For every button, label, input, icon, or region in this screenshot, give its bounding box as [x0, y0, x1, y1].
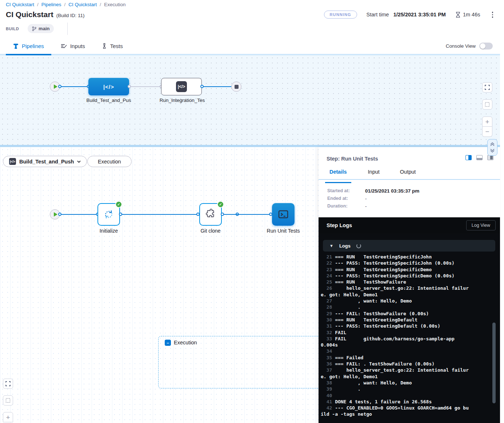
step-node-initialize[interactable]: ✓ — [97, 203, 120, 226]
execution-view-label: Execution — [98, 159, 121, 165]
collapse-group-icon[interactable]: – — [165, 340, 171, 346]
git-branch-icon — [32, 26, 36, 31]
loading-spinner-icon — [356, 244, 361, 248]
tab-inputs[interactable]: Inputs — [59, 38, 87, 54]
start-time-value: 1/25/2021 3:35:01 PM — [393, 12, 446, 17]
tab-output[interactable]: Output — [399, 169, 417, 179]
pipeline-link — [131, 86, 161, 87]
fullscreen-button[interactable] — [3, 379, 13, 389]
marquee-select-button[interactable] — [3, 395, 13, 406]
log-scrollbar-thumb[interactable] — [492, 323, 496, 403]
step-details-panel: Step: Run Unit Tests Details Input Outpu… — [319, 147, 500, 423]
step-node-run-unit-tests[interactable] — [272, 203, 295, 226]
stage-node-run-integration-tests[interactable]: |</> — [161, 78, 202, 95]
marquee-select-button[interactable] — [482, 99, 492, 110]
initialize-refresh-icon — [103, 208, 115, 221]
tab-tests[interactable]: Tests — [100, 38, 125, 54]
log-line: 31 --- PASS: TestGreetingDefault (0.00s) — [321, 323, 470, 329]
log-line: 37 hello_server_test.go:22: Intentional … — [321, 367, 470, 380]
stage-node-label: Run_Integration_Tes — [153, 98, 211, 103]
step-label: Git clone — [181, 228, 240, 234]
duration-value: - — [365, 203, 367, 209]
log-output[interactable]: 21 === RUN TestGreetingSpecificJohn 22 -… — [321, 254, 470, 418]
layout-split-right-icon[interactable] — [465, 155, 472, 160]
main-tabbar: Pipelines Inputs Tests Console View — [0, 38, 500, 55]
connector-dot — [200, 85, 204, 88]
inputs-icon — [61, 43, 67, 49]
duration-label: Duration: — [327, 203, 365, 209]
step-link — [223, 214, 272, 215]
execution-group-label: Execution — [174, 340, 197, 345]
step-node-git-clone[interactable]: ✓ — [199, 203, 222, 226]
tab-pipelines[interactable]: Pipelines — [11, 38, 46, 54]
pipeline-canvas[interactable]: |</> Build_Test_and_Pus |</> Run_Integra… — [0, 55, 500, 145]
layout-right-icon[interactable] — [487, 155, 493, 160]
log-line: 38 , want: Hello, Demo — [321, 380, 470, 386]
terminal-icon — [277, 208, 290, 221]
collapse-expand-control[interactable] — [487, 139, 497, 156]
tab-input[interactable]: Input — [367, 169, 381, 179]
tab-details[interactable]: Details — [328, 169, 348, 179]
tab-label: Tests — [110, 43, 123, 49]
layout-bottom-icon[interactable] — [476, 155, 483, 160]
zoom-in-button[interactable]: + — [482, 116, 492, 127]
log-line: 39 . — [321, 386, 470, 392]
puzzle-plugin-icon — [204, 208, 217, 221]
pipeline-link — [203, 86, 232, 87]
step-link — [121, 214, 199, 215]
stage-node-build-test-and-push[interactable]: |</> — [88, 78, 129, 95]
breadcrumb-link-pipeline[interactable]: CI Quickstart — [68, 2, 97, 7]
branch-name: main — [39, 26, 49, 31]
connector-dot — [221, 213, 224, 216]
connector-dot — [119, 213, 122, 216]
log-line: 22 --- PASS: TestGreetingSpecificJohn (0… — [321, 260, 470, 266]
log-line: 29 --- FAIL: TestShowFailure (0.00s) — [321, 311, 470, 317]
execution-view-button[interactable]: Execution — [87, 156, 132, 167]
log-line: 33 FAIL github.com/harness/go-sample-app… — [321, 336, 470, 348]
ci-codebase-icon: |</> — [9, 158, 16, 165]
page-title: CI Quickstart — [6, 10, 53, 19]
play-icon — [54, 212, 57, 217]
step-panel-title: Step: Run Unit Tests — [327, 156, 378, 162]
pipeline-end-node[interactable] — [231, 82, 241, 92]
breadcrumb-current: Execution — [104, 2, 125, 7]
tab-label: Inputs — [70, 43, 85, 49]
ci-codebase-icon: |</> — [176, 81, 187, 92]
tab-label: Pipelines — [22, 43, 44, 49]
stage-node-label: Build_Test_and_Pus — [80, 98, 138, 103]
double-chevron-up-icon — [490, 142, 495, 146]
connector-dot — [128, 85, 131, 88]
zoom-out-button[interactable]: − — [482, 127, 492, 137]
success-check-badge: ✓ — [115, 201, 122, 208]
build-label: BUILD — [6, 27, 19, 31]
connector-dot — [58, 85, 61, 88]
stage-execution-canvas[interactable]: |</> Build_Test_and_Push Execution – Exe… — [0, 147, 319, 423]
step-panel-tabs: Details Input Output — [319, 169, 500, 180]
build-id-label: (Build ID: 11) — [56, 13, 85, 18]
log-line: 24 --- PASS: TestGreetingSpecificDemo (0… — [321, 273, 470, 279]
log-line: 35 === Failed — [321, 355, 470, 361]
logs-section-label: Logs — [339, 243, 351, 249]
fullscreen-button[interactable] — [482, 82, 492, 92]
breadcrumb: CI Quickstart / Pipelines / CI Quickstar… — [6, 2, 125, 7]
step-logs-section: Step Logs Log View ▼ Logs 21 === RUN Tes… — [319, 217, 500, 423]
log-line: 28 . — [321, 304, 470, 310]
branch-chip[interactable]: main — [28, 24, 54, 33]
play-icon — [54, 84, 57, 89]
breadcrumb-link-pipelines[interactable]: Pipelines — [41, 2, 61, 7]
log-line: 36 === FAIL: . TestShowFailure (0.00s) — [321, 361, 470, 367]
console-view-toggle[interactable] — [479, 43, 493, 50]
hourglass-icon — [455, 12, 461, 18]
connector-dot — [58, 213, 61, 216]
zoom-in-button[interactable]: + — [3, 412, 13, 422]
more-options-menu[interactable] — [490, 10, 496, 19]
breadcrumb-link-project[interactable]: CI Quickstart — [6, 2, 34, 7]
logs-collapsible-header[interactable]: ▼ Logs — [323, 240, 495, 252]
execution-group-box[interactable]: – Execution — [158, 336, 325, 388]
log-line: 40 — [321, 392, 470, 399]
breadcrumb-separator: / — [64, 2, 66, 7]
stage-selector-dropdown[interactable]: |</> Build_Test_and_Push — [3, 156, 87, 167]
step-link — [60, 214, 99, 215]
double-chevron-down-icon — [490, 149, 495, 153]
log-view-button[interactable]: Log View — [466, 220, 496, 230]
